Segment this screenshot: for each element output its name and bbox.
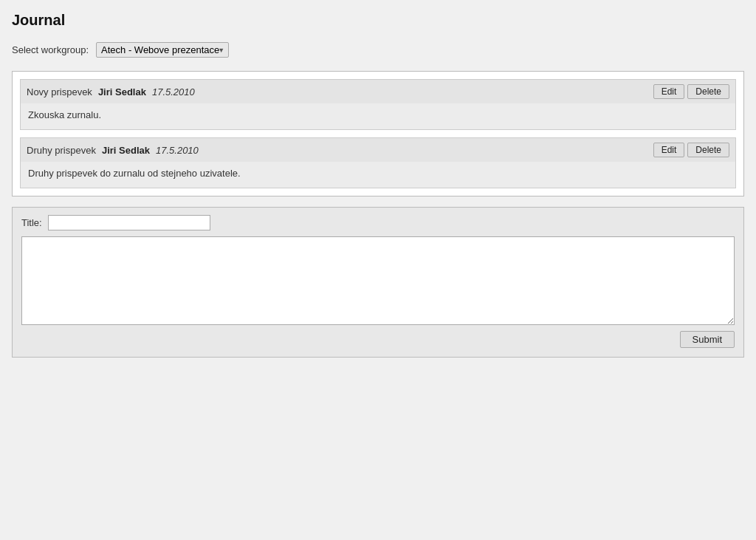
- journal-entry: Novy prispevekJiri Sedlak17.5.2010EditDe…: [20, 79, 736, 130]
- workgroup-label: Select workgroup:: [12, 44, 89, 55]
- title-row: Title:: [21, 215, 735, 230]
- entry-actions: EditDelete: [653, 143, 729, 157]
- journal-entries-container: Novy prispevekJiri Sedlak17.5.2010EditDe…: [12, 71, 744, 196]
- delete-button[interactable]: Delete: [687, 143, 729, 157]
- workgroup-select[interactable]: Atech - Webove prezentaceOther Group: [96, 42, 229, 58]
- page-title: Journal: [12, 12, 744, 29]
- content-textarea[interactable]: [21, 236, 735, 325]
- entry-title: Druhy prispevek: [27, 145, 96, 156]
- entry-actions: EditDelete: [653, 84, 729, 99]
- entry-author: Jiri Sedlak: [102, 145, 150, 156]
- entry-author: Jiri Sedlak: [98, 86, 146, 98]
- edit-button[interactable]: Edit: [653, 84, 685, 99]
- title-input[interactable]: [48, 215, 210, 230]
- entry-header: Druhy prispevekJiri Sedlak17.5.2010EditD…: [21, 138, 735, 162]
- title-label: Title:: [21, 217, 42, 228]
- entry-date: 17.5.2010: [152, 86, 195, 98]
- entry-title: Novy prispevek: [27, 86, 92, 98]
- edit-button[interactable]: Edit: [653, 143, 685, 157]
- new-entry-form: Title: Submit: [12, 207, 744, 358]
- entry-header: Novy prispevekJiri Sedlak17.5.2010EditDe…: [21, 80, 735, 103]
- submit-button[interactable]: Submit: [680, 331, 735, 348]
- submit-row: Submit: [21, 331, 735, 348]
- workgroup-select-wrapper[interactable]: Atech - Webove prezentaceOther Group: [96, 42, 229, 58]
- workgroup-row: Select workgroup: Atech - Webove prezent…: [12, 42, 744, 58]
- journal-entry: Druhy prispevekJiri Sedlak17.5.2010EditD…: [20, 137, 736, 188]
- entry-body: Druhy prispevek do zurnalu od stejneho u…: [21, 162, 735, 188]
- delete-button[interactable]: Delete: [687, 84, 729, 99]
- entry-body: Zkouska zurnalu.: [21, 103, 735, 129]
- entry-date: 17.5.2010: [156, 145, 199, 156]
